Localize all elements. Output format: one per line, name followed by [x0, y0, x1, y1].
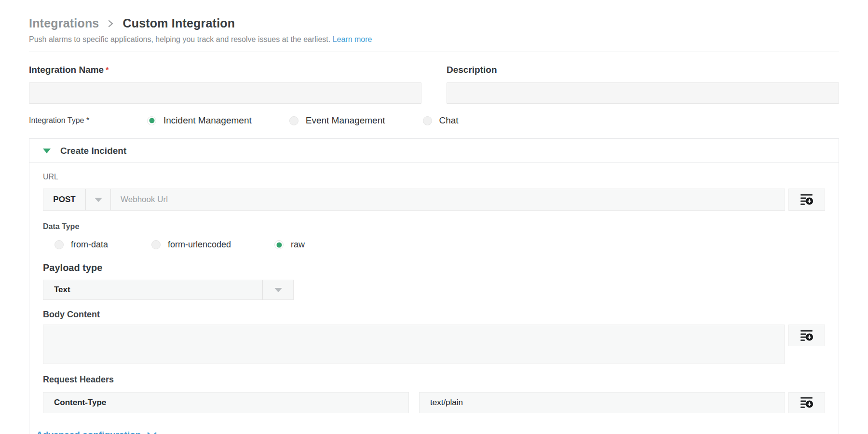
url-row: POST	[43, 189, 825, 211]
body-content-textarea[interactable]	[43, 325, 785, 364]
description-input[interactable]	[447, 82, 839, 104]
description-field: Description	[447, 65, 839, 104]
payload-type-dropdown-toggle[interactable]	[262, 280, 293, 299]
chevron-down-icon	[147, 432, 157, 434]
http-method-select[interactable]: POST	[43, 189, 86, 210]
radio-button-icon[interactable]	[274, 240, 284, 249]
radio-button-icon[interactable]	[54, 240, 64, 249]
radio-label: Chat	[439, 115, 459, 126]
create-incident-body: URL POST Data Ty	[29, 163, 839, 434]
url-insert-placeholder-button[interactable]	[788, 189, 825, 211]
chevron-down-icon	[274, 288, 282, 292]
header-divider	[29, 52, 839, 52]
learn-more-link[interactable]: Learn more	[333, 35, 372, 43]
list-add-icon	[800, 396, 814, 409]
header-value-input[interactable]	[419, 392, 785, 413]
radio-from-data[interactable]: from-data	[54, 240, 108, 250]
body-content-row	[43, 325, 825, 364]
required-asterisk: *	[106, 66, 108, 74]
breadcrumb-parent-link[interactable]: Integrations	[29, 16, 99, 30]
data-type-radio-row: from-data form-urlencoded raw	[54, 240, 825, 250]
subtitle-text: Push alarms to specific applications, he…	[29, 35, 330, 43]
webhook-url-input[interactable]	[111, 189, 785, 210]
integration-name-field: Integration Name*	[29, 65, 421, 104]
page-subtitle: Push alarms to specific applications, he…	[29, 35, 839, 44]
body-content-label: Body Content	[43, 310, 825, 320]
http-method-dropdown-toggle[interactable]	[86, 189, 111, 210]
body-insert-placeholder-button[interactable]	[788, 325, 825, 346]
advanced-configuration-label: Advanced configuration	[36, 430, 141, 434]
header-key-input[interactable]	[43, 392, 409, 413]
request-headers-label: Request Headers	[43, 375, 825, 385]
radio-button-icon[interactable]	[147, 116, 156, 125]
integration-type-row: Integration Type * Incident Management E…	[29, 115, 839, 126]
radio-label: from-data	[71, 240, 108, 250]
add-header-button[interactable]	[788, 392, 825, 413]
radio-button-icon[interactable]	[151, 240, 161, 249]
radio-form-urlencoded[interactable]: form-urlencoded	[151, 240, 231, 250]
chevron-down-icon	[95, 198, 102, 202]
data-type-label: Data Type	[43, 222, 825, 231]
create-incident-header[interactable]: Create Incident	[29, 139, 839, 163]
integration-name-input[interactable]	[29, 82, 421, 104]
radio-label: Event Management	[306, 115, 385, 126]
webhook-url-combo: POST	[43, 189, 785, 211]
radio-raw[interactable]: raw	[274, 240, 305, 250]
list-add-icon	[800, 329, 814, 342]
payload-type-select[interactable]: Text	[43, 280, 294, 300]
radio-button-icon[interactable]	[289, 116, 298, 125]
create-incident-panel: Create Incident URL POST	[29, 138, 839, 434]
breadcrumb: Integrations Custom Integration	[29, 16, 839, 30]
payload-type-label: Payload type	[43, 262, 825, 273]
description-label: Description	[447, 65, 497, 75]
radio-label: form-urlencoded	[168, 240, 231, 250]
list-add-icon	[800, 193, 814, 206]
advanced-configuration-link[interactable]: Advanced configuration	[36, 430, 157, 434]
breadcrumb-chevron-icon	[108, 19, 114, 28]
request-headers-row	[43, 392, 825, 413]
integration-type-label: Integration Type *	[29, 116, 147, 125]
radio-button-icon[interactable]	[423, 116, 432, 125]
collapse-triangle-icon[interactable]	[43, 149, 51, 153]
radio-incident-management[interactable]: Incident Management	[147, 115, 252, 126]
radio-chat[interactable]: Chat	[423, 115, 459, 126]
radio-label: raw	[291, 240, 305, 250]
name-description-row: Integration Name* Description	[29, 65, 839, 104]
create-incident-title: Create Incident	[60, 146, 126, 156]
url-label: URL	[43, 173, 825, 181]
integration-name-label: Integration Name	[29, 65, 104, 75]
radio-event-management[interactable]: Event Management	[289, 115, 385, 126]
radio-label: Incident Management	[163, 115, 252, 126]
payload-type-value: Text	[43, 280, 262, 299]
page-title: Custom Integration	[122, 16, 235, 30]
